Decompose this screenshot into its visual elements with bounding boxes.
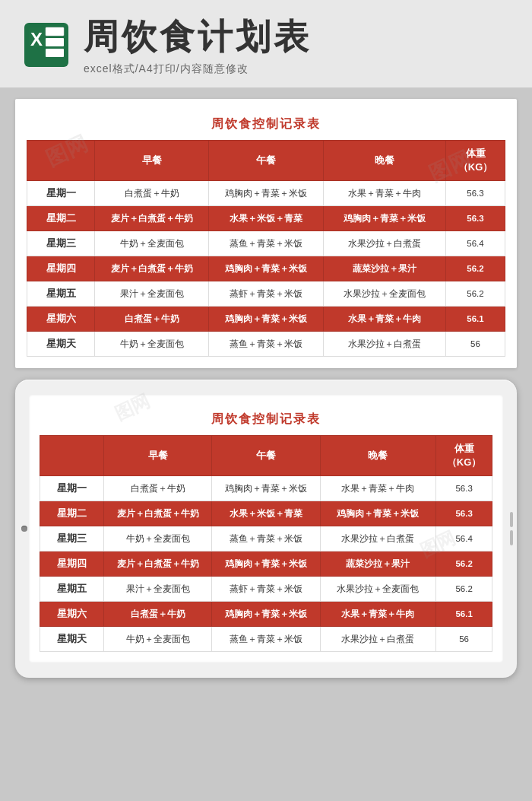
breakfast-cell: 牛奶＋全麦面包 — [95, 332, 209, 357]
header-breakfast: 早餐 — [95, 141, 209, 181]
dinner-cell: 水果＋青菜＋牛肉 — [323, 307, 445, 332]
table-header-row: 早餐 午餐 晚餐 体重（KG） — [27, 141, 505, 181]
dinner-cell: 水果沙拉＋全麦面包 — [323, 281, 445, 307]
lunch-cell: 蒸鱼＋青菜＋米饭 — [212, 526, 320, 551]
header-dinner: 晚餐 — [323, 141, 445, 181]
weight-cell: 56.4 — [436, 526, 492, 551]
table-row: 星期五果汁＋全麦面包蒸虾＋青菜＋米饭水果沙拉＋全麦面包56.2 — [27, 281, 505, 307]
weight-cell: 56.1 — [436, 602, 492, 627]
weight-cell: 56.2 — [446, 256, 505, 281]
table-row: 星期四麦片＋白煮蛋＋牛奶鸡胸肉＋青菜＋米饭蔬菜沙拉＋果汁56.2 — [27, 256, 505, 281]
tablet-inner-screen: 周饮食控制记录表 早餐 午餐 晚餐 体重（KG） 星期一白煮蛋＋牛奶鸡胸肉＋青菜… — [29, 395, 503, 663]
lunch-cell: 水果＋米饭＋青菜 — [209, 206, 323, 231]
table-row: 星期六白煮蛋＋牛奶鸡胸肉＋青菜＋米饭水果＋青菜＋牛肉56.1 — [27, 307, 505, 332]
header-day — [27, 141, 95, 181]
header-section: X 周饮食计划表 excel格式/A4打印/内容随意修改 — [0, 0, 532, 87]
page-title: 周饮食计划表 — [84, 14, 312, 61]
tablet-header-day — [40, 436, 104, 476]
tablet-diet-table: 早餐 午餐 晚餐 体重（KG） 星期一白煮蛋＋牛奶鸡胸肉＋青菜＋米饭水果＋青菜＋… — [40, 435, 492, 652]
tablet-header-weight: 体重（KG） — [436, 436, 492, 476]
excel-logo-icon: X — [23, 21, 70, 68]
lunch-cell: 蒸虾＋青菜＋米饭 — [209, 281, 323, 307]
svg-rect-3 — [46, 27, 64, 36]
table-row: 星期二麦片＋白煮蛋＋牛奶水果＋米饭＋青菜鸡胸肉＋青菜＋米饭56.3 — [27, 206, 505, 231]
table-row: 星期三牛奶＋全麦面包蒸鱼＋青菜＋米饭水果沙拉＋白煮蛋56.4 — [27, 231, 505, 256]
lunch-cell: 鸡胸肉＋青菜＋米饭 — [209, 307, 323, 332]
weight-cell: 56 — [446, 332, 505, 357]
tablet-header-breakfast: 早餐 — [104, 436, 212, 476]
breakfast-cell: 麦片＋白煮蛋＋牛奶 — [95, 206, 209, 231]
day-cell: 星期四 — [27, 256, 95, 281]
lunch-cell: 蒸鱼＋青菜＋米饭 — [212, 627, 320, 652]
lunch-cell: 鸡胸肉＋青菜＋米饭 — [209, 181, 323, 206]
svg-rect-4 — [46, 38, 64, 46]
weight-cell: 56.2 — [436, 551, 492, 577]
day-cell: 星期天 — [27, 332, 95, 357]
dinner-cell: 蔬菜沙拉＋果汁 — [320, 551, 436, 577]
table-row: 星期天牛奶＋全麦面包蒸鱼＋青菜＋米饭水果沙拉＋白煮蛋56 — [27, 332, 505, 357]
header-lunch: 午餐 — [209, 141, 323, 181]
breakfast-cell: 麦片＋白煮蛋＋牛奶 — [104, 551, 212, 577]
breakfast-cell: 牛奶＋全麦面包 — [104, 526, 212, 551]
tablet-header-row: 早餐 午餐 晚餐 体重（KG） — [40, 436, 492, 476]
lunch-cell: 鸡胸肉＋青菜＋米饭 — [212, 551, 320, 577]
breakfast-cell: 白煮蛋＋牛奶 — [104, 476, 212, 501]
dinner-cell: 鸡胸肉＋青菜＋米饭 — [320, 501, 436, 526]
main-table-card: 周饮食控制记录表 早餐 午餐 晚餐 体重（KG） 星期一白煮蛋＋牛奶鸡胸肉＋青菜… — [15, 99, 517, 368]
svg-text:X: X — [30, 29, 43, 49]
lunch-cell: 蒸鱼＋青菜＋米饭 — [209, 231, 323, 256]
breakfast-cell: 麦片＋白煮蛋＋牛奶 — [104, 501, 212, 526]
lunch-cell: 蒸虾＋青菜＋米饭 — [212, 577, 320, 602]
day-cell: 星期三 — [40, 526, 104, 551]
dinner-cell: 水果沙拉＋白煮蛋 — [320, 526, 436, 551]
dinner-cell: 水果沙拉＋白煮蛋 — [320, 627, 436, 652]
day-cell: 星期四 — [40, 551, 104, 577]
svg-rect-5 — [46, 49, 64, 57]
table-row: 星期四麦片＋白煮蛋＋牛奶鸡胸肉＋青菜＋米饭蔬菜沙拉＋果汁56.2 — [40, 551, 492, 577]
breakfast-cell: 白煮蛋＋牛奶 — [95, 307, 209, 332]
tablet-container: 周饮食控制记录表 早餐 午餐 晚餐 体重（KG） 星期一白煮蛋＋牛奶鸡胸肉＋青菜… — [15, 380, 517, 678]
tablet-table-title: 周饮食控制记录表 — [40, 405, 492, 435]
breakfast-cell: 果汁＋全麦面包 — [95, 281, 209, 307]
main-table-title: 周饮食控制记录表 — [27, 110, 505, 140]
day-cell: 星期一 — [27, 181, 95, 206]
dinner-cell: 水果沙拉＋全麦面包 — [320, 577, 436, 602]
dinner-cell: 水果沙拉＋白煮蛋 — [323, 332, 445, 357]
tablet-table-body: 星期一白煮蛋＋牛奶鸡胸肉＋青菜＋米饭水果＋青菜＋牛肉56.3星期二麦片＋白煮蛋＋… — [40, 476, 492, 652]
tablet-buttons — [510, 512, 513, 545]
main-table-body: 星期一白煮蛋＋牛奶鸡胸肉＋青菜＋米饭水果＋青菜＋牛肉56.3星期二麦片＋白煮蛋＋… — [27, 181, 505, 357]
weight-cell: 56.1 — [446, 307, 505, 332]
day-cell: 星期六 — [40, 602, 104, 627]
weight-cell: 56.2 — [446, 281, 505, 307]
weight-cell: 56.3 — [446, 206, 505, 231]
day-cell: 星期六 — [27, 307, 95, 332]
breakfast-cell: 牛奶＋全麦面包 — [104, 627, 212, 652]
dinner-cell: 水果＋青菜＋牛肉 — [323, 181, 445, 206]
breakfast-cell: 麦片＋白煮蛋＋牛奶 — [95, 256, 209, 281]
table-row: 星期六白煮蛋＋牛奶鸡胸肉＋青菜＋米饭水果＋青菜＋牛肉56.1 — [40, 602, 492, 627]
breakfast-cell: 白煮蛋＋牛奶 — [95, 181, 209, 206]
weight-cell: 56.2 — [436, 577, 492, 602]
day-cell: 星期五 — [40, 577, 104, 602]
weight-cell: 56.3 — [446, 181, 505, 206]
weight-cell: 56.4 — [446, 231, 505, 256]
tablet-camera-icon — [21, 526, 27, 532]
dinner-cell: 鸡胸肉＋青菜＋米饭 — [323, 206, 445, 231]
day-cell: 星期二 — [27, 206, 95, 231]
tablet-header-dinner: 晚餐 — [320, 436, 436, 476]
dinner-cell: 水果＋青菜＋牛肉 — [320, 602, 436, 627]
header-weight: 体重（KG） — [446, 141, 505, 181]
weight-cell: 56 — [436, 627, 492, 652]
day-cell: 星期二 — [40, 501, 104, 526]
tablet-btn-2 — [510, 530, 513, 545]
dinner-cell: 蔬菜沙拉＋果汁 — [323, 256, 445, 281]
lunch-cell: 水果＋米饭＋青菜 — [212, 501, 320, 526]
header-text: 周饮食计划表 excel格式/A4打印/内容随意修改 — [84, 14, 312, 76]
table-row: 星期一白煮蛋＋牛奶鸡胸肉＋青菜＋米饭水果＋青菜＋牛肉56.3 — [40, 476, 492, 501]
table-row: 星期天牛奶＋全麦面包蒸鱼＋青菜＋米饭水果沙拉＋白煮蛋56 — [40, 627, 492, 652]
table-row: 星期二麦片＋白煮蛋＋牛奶水果＋米饭＋青菜鸡胸肉＋青菜＋米饭56.3 — [40, 501, 492, 526]
breakfast-cell: 牛奶＋全麦面包 — [95, 231, 209, 256]
main-diet-table: 早餐 午餐 晚餐 体重（KG） 星期一白煮蛋＋牛奶鸡胸肉＋青菜＋米饭水果＋青菜＋… — [27, 140, 505, 357]
dinner-cell: 水果＋青菜＋牛肉 — [320, 476, 436, 501]
table-row: 星期三牛奶＋全麦面包蒸鱼＋青菜＋米饭水果沙拉＋白煮蛋56.4 — [40, 526, 492, 551]
